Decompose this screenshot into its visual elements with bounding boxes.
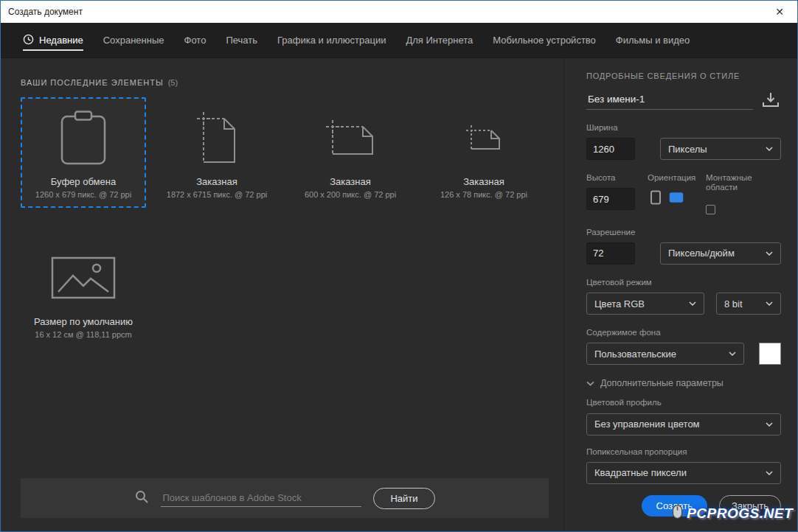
- color-profile-select[interactable]: Без управления цветом: [586, 413, 781, 435]
- chevron-down-icon: [760, 422, 773, 427]
- template-spec: 1260 x 679 пикс. @ 72 ppi: [35, 191, 131, 199]
- tab-label: Мобильное устройство: [493, 35, 596, 46]
- pixel-aspect-ratio-label: Попиксельная пропорция: [586, 447, 781, 457]
- chevron-down-icon: [760, 301, 773, 306]
- tab-recent[interactable]: Недавние: [23, 23, 83, 57]
- advanced-options-label: Дополнительные параметры: [600, 378, 724, 388]
- bit-depth-select[interactable]: 8 bit: [716, 293, 781, 315]
- width-unit-select[interactable]: Пикселы: [660, 138, 781, 160]
- height-label: Высота: [586, 173, 635, 183]
- recent-items-section: ВАШИ ПОСЛЕДНИЕ ЭЛЕМЕНТЫ (5) Буфер обмена…: [1, 58, 563, 531]
- template-card-custom-small[interactable]: Заказная 126 x 78 пикс. @ 72 ppi: [421, 97, 547, 208]
- color-mode-row: Цвета RGB 8 bit: [586, 293, 781, 315]
- orientation-landscape-icon[interactable]: [668, 189, 684, 206]
- custom-small-icon: [466, 99, 502, 177]
- color-profile-value: Без управления цветом: [594, 419, 700, 430]
- document-name-input[interactable]: [586, 89, 753, 110]
- recent-cards-row-2: Размер по умолчанию 16 x 12 см @ 118,11 …: [21, 237, 563, 348]
- bit-depth-value: 8 bit: [724, 298, 743, 309]
- window-title: Создать документ: [8, 7, 83, 17]
- title-bar: Создать документ ✕: [1, 1, 797, 23]
- chevron-down-icon: [760, 251, 773, 256]
- resolution-row: Пикселы/дюйм: [586, 242, 781, 265]
- chevron-down-icon: [760, 471, 773, 475]
- pixel-aspect-ratio-value: Квадратные пиксели: [594, 467, 687, 478]
- tab-graphics[interactable]: Графика и иллюстрации: [277, 23, 386, 57]
- artboards-label: Монтажные области: [706, 173, 781, 192]
- color-mode-value: Цвета RGB: [594, 298, 645, 309]
- template-spec: 126 x 78 пикс. @ 72 ppi: [440, 191, 527, 199]
- template-card-default-size[interactable]: Размер по умолчанию 16 x 12 см @ 118,11 …: [21, 237, 146, 348]
- tab-mobile[interactable]: Мобильное устройство: [493, 23, 596, 57]
- clock-icon: [23, 34, 34, 47]
- tab-label: Сохраненные: [103, 35, 164, 46]
- width-label: Ширина: [586, 123, 781, 133]
- tab-label: Для Интернета: [406, 35, 473, 46]
- artboards-checkbox[interactable]: [706, 205, 715, 214]
- color-mode-label: Цветовой режим: [586, 278, 781, 287]
- template-name: Заказная: [463, 177, 504, 186]
- template-card-clipboard[interactable]: Буфер обмена 1260 x 679 пикс. @ 72 ppi: [21, 97, 146, 208]
- recent-cards-row-1: Буфер обмена 1260 x 679 пикс. @ 72 ppi: [21, 97, 563, 208]
- search-icon: [134, 489, 149, 507]
- tab-photo[interactable]: Фото: [184, 23, 207, 57]
- new-document-dialog: Создать документ ✕ Недавние Сохраненные …: [0, 0, 798, 532]
- stock-search-bar: Найти: [21, 478, 549, 518]
- chevron-down-icon: [586, 378, 594, 388]
- resolution-input[interactable]: [586, 242, 635, 265]
- stock-search-input[interactable]: [161, 489, 361, 507]
- document-name-row: [586, 89, 781, 110]
- chevron-down-icon: [723, 351, 736, 356]
- resolution-unit-select[interactable]: Пикселы/дюйм: [660, 242, 781, 265]
- orientation-toggle: [648, 189, 695, 206]
- resolution-label: Разрешение: [586, 228, 781, 237]
- dialog-content: ВАШИ ПОСЛЕДНИЕ ЭЛЕМЕНТЫ (5) Буфер обмена…: [1, 58, 797, 531]
- tab-label: Недавние: [39, 35, 83, 46]
- template-spec: 16 x 12 см @ 118,11 ppcm: [35, 331, 131, 339]
- tab-web[interactable]: Для Интернета: [406, 23, 473, 57]
- height-column: Высота: [586, 173, 635, 210]
- close-icon[interactable]: ✕: [768, 1, 791, 23]
- chevron-down-icon: [683, 301, 696, 306]
- close-button[interactable]: Закрыть: [719, 495, 781, 517]
- tab-label: Графика и иллюстрации: [277, 35, 386, 46]
- tab-saved[interactable]: Сохраненные: [103, 23, 164, 57]
- tab-label: Фото: [184, 35, 207, 46]
- create-button[interactable]: Создать: [642, 495, 707, 517]
- recent-count: (5): [168, 78, 178, 87]
- chevron-down-icon: [760, 147, 773, 151]
- preset-details-heading: ПОДРОБНЫЕ СВЕДЕНИЯ О СТИЛЕ: [586, 71, 781, 80]
- tab-label: Фильмы и видео: [616, 35, 690, 46]
- pixel-aspect-ratio-select[interactable]: Квадратные пиксели: [586, 462, 781, 484]
- width-input[interactable]: [586, 138, 635, 160]
- template-card-custom-portrait[interactable]: Заказная 1872 x 6715 пикс. @ 72 ppi: [154, 97, 280, 208]
- save-preset-icon[interactable]: [760, 89, 781, 110]
- template-name: Заказная: [330, 177, 371, 186]
- template-name: Буфер обмена: [51, 177, 116, 186]
- tab-print[interactable]: Печать: [226, 23, 257, 57]
- color-profile-label: Цветовой профиль: [586, 398, 781, 407]
- recent-heading-text: ВАШИ ПОСЛЕДНИЕ ЭЛЕМЕНТЫ: [21, 78, 164, 87]
- resolution-unit-value: Пикселы/дюйм: [668, 248, 735, 259]
- tab-film-video[interactable]: Фильмы и видео: [616, 23, 690, 57]
- artboards-column: Монтажные области: [706, 173, 781, 214]
- width-unit-value: Пикселы: [668, 144, 707, 155]
- find-button[interactable]: Найти: [373, 488, 434, 509]
- image-icon: [51, 239, 116, 317]
- background-color-swatch[interactable]: [759, 343, 781, 365]
- template-name: Заказная: [196, 177, 237, 186]
- template-name: Размер по умолчанию: [34, 317, 133, 326]
- clipboard-icon: [60, 99, 107, 177]
- dialog-buttons: Создать Закрыть: [586, 495, 781, 517]
- orientation-portrait-icon[interactable]: [648, 189, 664, 206]
- background-label: Содержимое фона: [586, 328, 781, 337]
- background-value: Пользовательские: [594, 349, 676, 360]
- background-select[interactable]: Пользовательские: [586, 343, 744, 365]
- color-mode-select[interactable]: Цвета RGB: [586, 293, 704, 315]
- template-card-custom-landscape[interactable]: Заказная 600 x 200 пикс. @ 72 ppi: [288, 97, 413, 208]
- height-input[interactable]: [586, 188, 635, 210]
- orientation-column: Ориентация: [648, 173, 695, 206]
- advanced-options-toggle[interactable]: Дополнительные параметры: [586, 378, 781, 388]
- custom-portrait-icon: [197, 99, 237, 177]
- background-row: Пользовательские: [586, 343, 781, 365]
